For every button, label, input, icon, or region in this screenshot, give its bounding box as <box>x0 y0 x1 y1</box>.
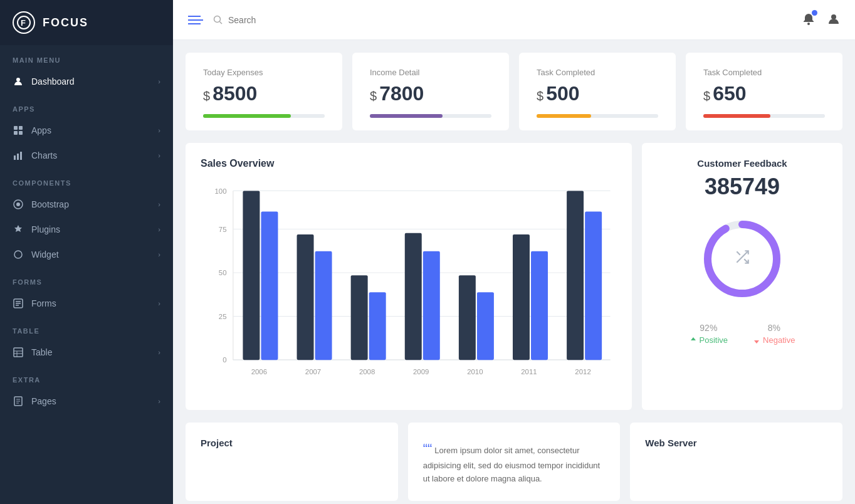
svg-text:25: 25 <box>219 313 227 320</box>
user-icon <box>827 13 840 25</box>
svg-point-28 <box>831 14 836 19</box>
search-icon <box>213 15 223 25</box>
search-input[interactable] <box>228 15 354 25</box>
svg-rect-44 <box>315 251 332 360</box>
dashboard-label: Dashboard <box>31 76 150 87</box>
negative-pct: 8% <box>768 323 780 333</box>
project-card: Project <box>186 423 398 501</box>
svg-rect-47 <box>405 233 422 360</box>
notification-badge <box>812 10 817 16</box>
forms-icon <box>13 298 24 309</box>
svg-rect-48 <box>423 251 440 360</box>
lorem-card: ““Lorem ipsum dolor sit amet, consectetu… <box>408 423 621 501</box>
svg-rect-46 <box>369 292 386 360</box>
svg-rect-17 <box>14 348 23 357</box>
stat-card-task2: Task Completed $ 650 <box>686 53 842 130</box>
sales-overview-title: Sales Overview <box>201 158 617 169</box>
section-main-menu: MAIN MENU <box>0 45 173 69</box>
pages-label: Pages <box>31 396 150 406</box>
stat-card-task1: Task Completed $ 500 <box>519 53 676 130</box>
stat-value-expenses: $ 8500 <box>203 82 325 105</box>
svg-rect-53 <box>567 191 584 360</box>
dashboard-icon <box>13 76 24 87</box>
svg-rect-7 <box>14 155 16 160</box>
svg-point-11 <box>16 202 20 206</box>
charts-icon <box>13 150 24 161</box>
sidebar-item-charts[interactable]: Charts › <box>0 143 173 168</box>
search-box <box>213 15 792 25</box>
stat-label-task2: Task Completed <box>703 68 825 77</box>
negative-stat: 8% Negative <box>753 323 795 345</box>
notifications-button[interactable] <box>802 13 815 28</box>
svg-point-12 <box>14 251 22 258</box>
svg-text:2006: 2006 <box>251 368 267 375</box>
widget-icon <box>13 249 24 260</box>
section-forms: FORMS <box>0 267 173 291</box>
svg-text:F: F <box>21 18 26 28</box>
apps-icon <box>13 125 24 136</box>
stat-value-task2: $ 650 <box>703 82 825 105</box>
svg-text:2008: 2008 <box>359 368 375 375</box>
stat-value-task1: $ 500 <box>537 82 658 105</box>
project-title: Project <box>201 438 383 448</box>
stat-bar-expenses <box>203 114 325 118</box>
forms-label: Forms <box>31 298 150 308</box>
apps-label: Apps <box>31 125 150 135</box>
svg-rect-54 <box>585 212 602 360</box>
sidebar-item-dashboard[interactable]: Dashboard › <box>0 69 173 94</box>
sidebar-item-pages[interactable]: Pages › <box>0 389 173 414</box>
sales-overview-card: Sales Overview 0 25 <box>186 143 632 410</box>
section-table: TABLE <box>0 316 173 340</box>
svg-rect-50 <box>477 292 494 360</box>
main-content: Today Expenses $ 8500 Income Detail $ 78… <box>173 0 855 504</box>
svg-text:2007: 2007 <box>305 368 321 375</box>
positive-label: Positive <box>690 335 728 345</box>
chevron-icon: › <box>158 78 160 85</box>
svg-text:2011: 2011 <box>521 368 537 375</box>
sidebar-item-bootstrap[interactable]: Bootstrap › <box>0 192 173 217</box>
svg-text:75: 75 <box>219 226 227 233</box>
svg-rect-45 <box>351 275 368 360</box>
stat-card-income: Income Detail $ 7800 <box>352 53 509 130</box>
pages-icon <box>13 396 24 407</box>
sidebar-item-widget[interactable]: Widget › <box>0 242 173 267</box>
shuffle-icon <box>734 249 750 269</box>
svg-rect-49 <box>459 275 476 360</box>
content-area: Today Expenses $ 8500 Income Detail $ 78… <box>173 40 855 504</box>
svg-rect-51 <box>513 234 530 360</box>
bar-chart-svg: 0 25 50 75 100 <box>201 182 617 395</box>
section-apps: APPS <box>0 94 173 118</box>
sidebar: F FOCUS MAIN MENU Dashboard › APPS Apps … <box>0 0 173 504</box>
svg-text:2010: 2010 <box>467 368 483 375</box>
donut-chart <box>698 215 786 303</box>
quote-mark: ““ <box>423 441 433 456</box>
bottom-row: Project ““Lorem ipsum dolor sit amet, co… <box>186 423 842 501</box>
bootstrap-label: Bootstrap <box>31 199 150 209</box>
stats-row: Today Expenses $ 8500 Income Detail $ 78… <box>186 53 842 130</box>
hamburger-button[interactable] <box>188 16 203 24</box>
sidebar-item-table[interactable]: Table › <box>0 340 173 365</box>
sales-chart: 0 25 50 75 100 <box>201 182 617 395</box>
feedback-title: Customer Feedback <box>697 158 787 169</box>
up-arrow-icon <box>690 337 697 344</box>
user-button[interactable] <box>827 13 840 28</box>
main-row: Sales Overview 0 25 <box>186 143 842 410</box>
positive-pct: 92% <box>700 323 717 333</box>
negative-label: Negative <box>753 335 795 345</box>
feedback-stats: 92% Positive 8% Negative <box>690 323 795 345</box>
sidebar-item-apps[interactable]: Apps › <box>0 118 173 143</box>
sidebar-item-plugins[interactable]: Plugins › <box>0 217 173 242</box>
plugins-label: Plugins <box>31 224 150 234</box>
sidebar-item-forms[interactable]: Forms › <box>0 291 173 316</box>
svg-text:0: 0 <box>223 356 226 364</box>
svg-rect-8 <box>17 154 19 160</box>
stat-bar-task2 <box>703 114 825 118</box>
stat-bar-task1 <box>537 114 658 118</box>
widget-label: Widget <box>31 249 150 260</box>
bootstrap-icon <box>13 199 24 210</box>
svg-rect-5 <box>14 131 18 135</box>
stat-label-income: Income Detail <box>370 68 491 77</box>
lorem-text: ““Lorem ipsum dolor sit amet, consectetu… <box>423 438 606 486</box>
svg-text:2012: 2012 <box>575 368 590 375</box>
table-label: Table <box>31 347 150 357</box>
